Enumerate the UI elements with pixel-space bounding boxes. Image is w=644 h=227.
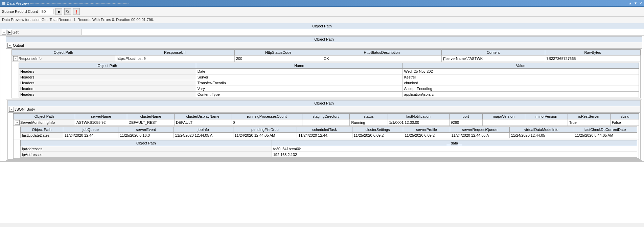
copy-button[interactable]: ⧉ (64, 8, 71, 15)
header-row-date: Headers Date Wed, 25 Nov 202 (19, 69, 639, 74)
expand-output[interactable]: − (7, 43, 12, 48)
col-responseurl: ResponseUrl (115, 50, 234, 55)
col-httpstatusdesc: HttpStatusDescription (322, 50, 441, 55)
col-sm-stagingdir: stagingDirectory (302, 114, 350, 119)
servermonitoring-row: − ServerMonitoringInfo ASTWKS1055:92 (14, 119, 639, 126)
col-lud-serverevent: serverEvent (118, 127, 174, 133)
col-sm-islinu: isLinu (610, 114, 639, 119)
expand-get[interactable]: − (2, 30, 6, 35)
status-bar: Data Preview for action Get. Total Recor… (0, 17, 644, 23)
title-bar-pin[interactable]: ▲ (628, 1, 632, 5)
col-sm-port: port (449, 114, 482, 119)
title-bar-title: Data Preview (7, 1, 29, 5)
col-headers-objpath: Object Path (19, 63, 196, 69)
ipaddresses-section: Object Path __data__ (14, 139, 639, 159)
expand-jsonbody[interactable]: − (9, 107, 14, 112)
expand-servermonitoring[interactable]: − (15, 120, 20, 125)
ipaddress-row-0: ipAddresses fe80::341b:ea60: (21, 146, 637, 152)
main-content: Object Path − ▶ Get (0, 23, 644, 223)
jsonbody-header-row: Object Path − JSON_Body (6, 99, 642, 161)
col-lud-serverrequestqueue: serverRequestQueue (450, 127, 509, 133)
title-bar-down[interactable]: ▼ (634, 1, 637, 5)
arrow-get[interactable]: ▶ (7, 30, 12, 35)
title-bar-dots: ········································… (30, 2, 129, 5)
col-content: Content (441, 50, 545, 55)
stop-button[interactable]: ■ (55, 8, 62, 15)
col-rawbytes: RawBytes (545, 50, 640, 55)
level0-header-row: Object Path (0, 23, 644, 29)
jsonbody-objpath-row: Object Path (8, 100, 641, 106)
col-sm-isrestserver: isRestServer (568, 114, 610, 119)
col-sm-minorversion: minorVersion (525, 114, 568, 119)
col-sm-lastnotification: lastNotification (388, 114, 449, 119)
col-lud-serverprofile: serverProfile (403, 127, 450, 133)
col-headers-name: Name (196, 63, 402, 69)
col-sm-majorversion: majorVersion (482, 114, 525, 119)
col-objpath: Object Path (12, 50, 115, 55)
col-sm-servername: serverName (75, 114, 127, 119)
col-headers-value: Value (402, 63, 639, 69)
output-row: − Output (6, 42, 642, 49)
objpath-output-header: Object Path (6, 37, 642, 42)
header-row-server: Headers Server Kestrel (19, 74, 639, 80)
level1-header-row: Object Path − Output (0, 36, 644, 162)
jsonbody-row: − JSON_Body (8, 106, 641, 113)
col-sm-clustername: clusterName (127, 114, 175, 119)
col-sm-clusterdisplay: clusterDisplayName (175, 114, 231, 119)
info-button[interactable]: ❗ (73, 8, 80, 15)
col-ip-objpath: Object Path (21, 140, 272, 146)
title-bar-icon: ▦ (2, 1, 5, 5)
col-lud-pendingfiledrop: pendingFileDrop (233, 127, 297, 133)
col-sm-runningprocesses: runningProcessesCount (231, 114, 302, 119)
col-ip-data: __data__ (272, 140, 637, 146)
title-bar-close[interactable]: ✕ (639, 1, 642, 5)
col-lud-objpath: Object Path (21, 127, 63, 133)
header-row-contenttype: Headers Content-Type application/json; c (19, 92, 639, 97)
col-lud-jobinfo: jobInfo (174, 127, 233, 133)
header-row-transfer: Headers Transfer-Encodin chunked (19, 80, 639, 86)
lastupdatedates-row: lastUpdateDates 11/24/2020 12:44: 11/25/… (21, 133, 637, 138)
col-lud-virtualdatamodelinfo: virtualDataModelInfo (509, 127, 573, 133)
col-sm-objpath: Object Path (14, 114, 75, 119)
headers-section: Object Path Name Value (12, 62, 641, 98)
header-row-vary: Headers Vary Accept-Encoding (19, 86, 639, 92)
responseinfo-header-row: Object Path ResponseUrl HttpStatusCode H… (6, 49, 642, 99)
title-bar: ▦ Data Preview ·························… (0, 0, 644, 7)
responseinfo-row: − ResponseInfo https://localhost:9 200 O… (12, 55, 641, 62)
col-sm-status: status (350, 114, 388, 119)
toolbar: Source Record Count ■ ⧉ ❗ (0, 7, 644, 17)
lastupdatedates-section: Object Path jobQueue serverEvent jobInfo (14, 126, 639, 139)
col-lud-lastcheckdb: lastCheckDbCurrentDate (573, 127, 637, 133)
col-lud-clustersettings: clusterSettings (352, 127, 403, 133)
col-httpstatuscode: HttpStatusCode (234, 50, 322, 55)
source-record-label: Source Record Count (2, 9, 38, 14)
ipaddress-row-1: ipAddresses 192.168.2.132 (21, 152, 637, 158)
get-row: − ▶ Get (0, 29, 644, 36)
col-lud-scheduledtask: scheduledTask (297, 127, 352, 133)
servermonitoring-section: Object Path serverName clusterName clust… (8, 113, 641, 160)
expand-responseinfo[interactable]: − (13, 56, 18, 61)
source-record-input[interactable] (40, 9, 53, 14)
col-lud-jobqueue: jobQueue (63, 127, 118, 133)
